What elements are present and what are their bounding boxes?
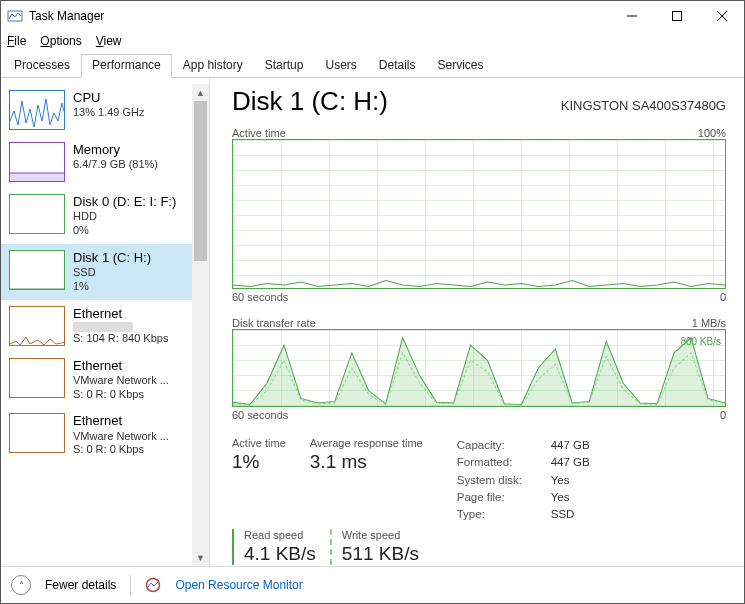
menu-file[interactable]: File — [7, 34, 26, 48]
stats-row-2: Read speed 4.1 KB/s Write speed 511 KB/s — [232, 529, 726, 565]
sidebar-item-sub — [73, 322, 133, 332]
menu-options[interactable]: Options — [40, 34, 81, 48]
app-icon — [7, 8, 23, 24]
disk0-thumb — [9, 194, 65, 234]
stat-label: Active time — [232, 437, 286, 449]
sidebar-item-sub: VMware Network ... — [73, 430, 169, 444]
sidebar-item-sub2: 0% — [73, 224, 176, 238]
sidebar-item-label: CPU — [73, 90, 145, 106]
tab-startup[interactable]: Startup — [254, 54, 315, 78]
tab-processes[interactable]: Processes — [3, 54, 81, 78]
tab-app-history[interactable]: App history — [172, 54, 254, 78]
eth0-thumb — [9, 306, 65, 346]
scroll-down-icon[interactable]: ▼ — [192, 549, 209, 566]
sidebar-item-label: Disk 0 (D: E: I: F:) — [73, 194, 176, 210]
stat-value: 1% — [232, 451, 286, 473]
resource-monitor-icon — [145, 577, 161, 593]
stats-row-1: Active time 1% Average response time 3.1… — [232, 437, 726, 523]
detail-title: Disk 1 (C: H:) — [232, 86, 388, 117]
sidebar-item-disk1[interactable]: Disk 1 (C: H:) SSD 1% — [1, 244, 192, 300]
stat-label: Average response time — [310, 437, 423, 449]
eth2-thumb — [9, 413, 65, 453]
chart2-xleft: 60 seconds — [232, 409, 288, 421]
disk-model: KINGSTON SA400S37480G — [561, 98, 726, 113]
sidebar-item-sub: 6.4/7.9 GB (81%) — [73, 158, 158, 172]
tab-details[interactable]: Details — [368, 54, 427, 78]
tab-services[interactable]: Services — [427, 54, 495, 78]
cpu-thumb — [9, 90, 65, 130]
tab-strip: Processes Performance App history Startu… — [1, 53, 744, 78]
sidebar-item-sub2: 1% — [73, 280, 151, 294]
sidebar-item-label: Ethernet — [73, 306, 168, 322]
transfer-rate-chart: 800 KB/s — [232, 329, 726, 407]
menu-view[interactable]: View — [96, 34, 122, 48]
sidebar-item-eth2[interactable]: Ethernet VMware Network ... S: 0 R: 0 Kb… — [1, 407, 192, 463]
fewer-details-button[interactable]: Fewer details — [45, 578, 116, 592]
open-resource-monitor-link[interactable]: Open Resource Monitor — [175, 578, 302, 592]
sidebar-item-sub2: S: 104 R: 840 Kbps — [73, 332, 168, 346]
sidebar-item-sub: SSD — [73, 266, 151, 280]
eth1-thumb — [9, 358, 65, 398]
sidebar-list: CPU 13% 1.49 GHz Memory 6.4/7.9 GB (81%) — [1, 84, 192, 566]
sidebar-item-label: Disk 1 (C: H:) — [73, 250, 151, 266]
sidebar-item-sub: VMware Network ... — [73, 374, 169, 388]
sidebar-item-label: Ethernet — [73, 413, 169, 429]
sidebar-item-sub: HDD — [73, 210, 176, 224]
task-manager-window: Task Manager File Options View Processes… — [0, 0, 745, 604]
sidebar-item-sub2: S: 0 R: 0 Kbps — [73, 443, 169, 457]
sidebar-item-eth1[interactable]: Ethernet VMware Network ... S: 0 R: 0 Kb… — [1, 352, 192, 408]
chart1-max: 100% — [698, 127, 726, 139]
stat-value: 4.1 KB/s — [244, 543, 316, 565]
sidebar-item-memory[interactable]: Memory 6.4/7.9 GB (81%) — [1, 136, 192, 188]
stat-label: Write speed — [342, 529, 419, 541]
footer: ˄ Fewer details Open Resource Monitor — [1, 566, 744, 603]
scroll-up-icon[interactable]: ▲ — [192, 84, 209, 101]
sidebar-item-label: Memory — [73, 142, 158, 158]
window-controls — [609, 1, 744, 31]
chart2-max: 1 MB/s — [692, 317, 726, 329]
close-button[interactable] — [699, 1, 744, 31]
memory-thumb — [9, 142, 65, 182]
stat-value: 511 KB/s — [342, 543, 419, 565]
active-time-chart — [232, 139, 726, 289]
sidebar-item-sub: 13% 1.49 GHz — [73, 106, 145, 120]
chart2-title: Disk transfer rate — [232, 317, 316, 329]
sidebar-item-cpu[interactable]: CPU 13% 1.49 GHz — [1, 84, 192, 136]
svg-marker-8 — [233, 338, 725, 406]
detail-pane: Disk 1 (C: H:) KINGSTON SA400S37480G Act… — [210, 78, 744, 566]
chart1-xright: 0 — [720, 291, 726, 303]
maximize-button[interactable] — [654, 1, 699, 31]
sidebar-item-sub2: S: 0 R: 0 Kbps — [73, 388, 169, 402]
sidebar-scrollbar[interactable]: ▲ ▼ — [192, 84, 209, 566]
sidebar-item-label: Ethernet — [73, 358, 169, 374]
window-title: Task Manager — [29, 9, 104, 23]
chart2-annotation: 800 KB/s — [680, 336, 721, 347]
sidebar-item-disk0[interactable]: Disk 0 (D: E: I: F:) HDD 0% — [1, 188, 192, 244]
disk1-thumb — [9, 250, 65, 290]
sidebar-item-eth0[interactable]: Ethernet S: 104 R: 840 Kbps — [1, 300, 192, 352]
body: CPU 13% 1.49 GHz Memory 6.4/7.9 GB (81%) — [1, 78, 744, 566]
disk-properties: Capacity:447 GB Formatted:447 GB System … — [457, 437, 590, 523]
chart1-title: Active time — [232, 127, 286, 139]
svg-rect-0 — [8, 11, 22, 21]
chart2-xright: 0 — [720, 409, 726, 421]
minimize-button[interactable] — [609, 1, 654, 31]
titlebar: Task Manager — [1, 1, 744, 31]
fewer-details-icon[interactable]: ˄ — [11, 575, 31, 595]
scroll-thumb[interactable] — [194, 101, 207, 261]
tab-performance[interactable]: Performance — [81, 54, 172, 78]
stat-value: 3.1 ms — [310, 451, 423, 473]
menubar: File Options View — [1, 31, 744, 53]
tab-users[interactable]: Users — [314, 54, 367, 78]
chart1-xleft: 60 seconds — [232, 291, 288, 303]
svg-rect-5 — [10, 173, 65, 182]
svg-rect-2 — [672, 12, 681, 21]
stat-label: Read speed — [244, 529, 316, 541]
sidebar: CPU 13% 1.49 GHz Memory 6.4/7.9 GB (81%) — [1, 78, 210, 566]
